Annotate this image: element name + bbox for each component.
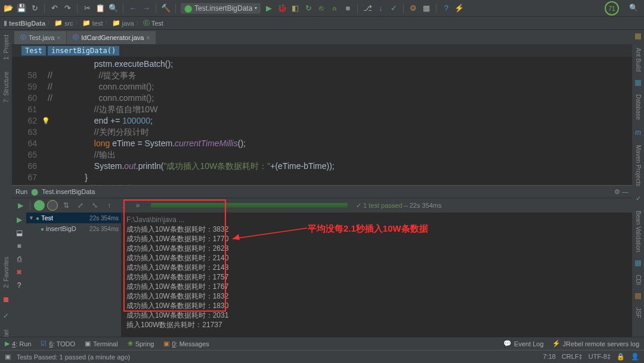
- breadcrumb-item[interactable]: 📁 java: [112, 19, 134, 27]
- vcs-icon[interactable]: ⎇: [363, 4, 372, 13]
- tool-jsf[interactable]: JSF: [635, 307, 642, 318]
- toggle-btn[interactable]: ⬓: [14, 228, 24, 238]
- show-passed-icon[interactable]: [34, 200, 45, 211]
- commit-icon[interactable]: ✓: [389, 4, 398, 13]
- redo-icon[interactable]: ↷: [63, 4, 72, 13]
- console-line: 成功插入10W条数据耗时：1767: [126, 282, 627, 291]
- tool-cdi[interactable]: CDI: [635, 275, 642, 285]
- profile-icon[interactable]: ↻: [304, 4, 313, 13]
- undo-icon[interactable]: ↶: [49, 4, 59, 13]
- find-icon[interactable]: 🔍: [109, 4, 118, 13]
- main-toolbar: 📂 💾 ↻ ↶ ↷ ✂ 📋 🔍 ← → 🔨 ⬤Test.insertBigDat…: [0, 0, 644, 17]
- tool-database[interactable]: Database: [635, 94, 642, 120]
- more-icon[interactable]: »: [132, 199, 144, 211]
- tool-maven[interactable]: Maven Projects: [635, 145, 642, 186]
- breadcrumb-item[interactable]: 📁 test: [82, 19, 103, 27]
- show-ignored-icon[interactable]: [47, 200, 58, 211]
- save-icon[interactable]: 💾: [17, 4, 26, 13]
- line-ending[interactable]: CRLF‡: [562, 353, 583, 361]
- help-icon[interactable]: ?: [441, 4, 451, 13]
- copy-icon[interactable]: 📋: [95, 4, 105, 13]
- right-tool-strip: Ant Build Database m Maven Projects ✓ Be…: [632, 30, 644, 328]
- pin-btn[interactable]: ✖: [14, 267, 24, 277]
- help-btn[interactable]: ?: [14, 281, 24, 290]
- forward-icon[interactable]: →: [141, 4, 151, 13]
- test-toolbar: ▶ ⇅ ⤢ ⤡ ↑ ↓ » ✓ 1 test passed – 22s 354m…: [12, 198, 632, 213]
- close-icon[interactable]: ×: [57, 35, 60, 41]
- breadcrumb-item[interactable]: 📁 src: [54, 19, 73, 27]
- tab-messages[interactable]: ▣0: Messages: [163, 340, 209, 347]
- search-everywhere-icon[interactable]: 🔍: [629, 4, 638, 12]
- tool-ant[interactable]: Ant Build: [635, 48, 642, 72]
- annotation-text: 平均没每2.1秒插入10W条数据: [308, 223, 428, 235]
- console-line: 成功插入10W条数据耗时：2031: [126, 310, 627, 320]
- window-toggle-icon[interactable]: ▣: [5, 353, 11, 361]
- code-content[interactable]: pstm.executeBatch(); // //提交事务 // conn.c…: [48, 57, 632, 185]
- tool-favorites[interactable]: 2: Favorites: [3, 257, 10, 288]
- tab-idcardgenerator[interactable]: ⓒIdCardGenerator.java×: [67, 31, 156, 44]
- gear-icon[interactable]: ⚙ —: [614, 188, 628, 196]
- test-summary: ✓ 1 test passed – 22s 354ms: [356, 202, 442, 210]
- stop-icon[interactable]: ■: [343, 4, 352, 13]
- rerun-icon[interactable]: ▶: [14, 199, 26, 211]
- tab-jrebel-log[interactable]: ⚡JRebel remote servers log: [552, 340, 639, 347]
- run-label: Run: [16, 188, 27, 195]
- expand-icon[interactable]: ⤢: [75, 199, 86, 211]
- refresh-icon[interactable]: ↻: [30, 4, 39, 13]
- tab-run[interactable]: ▶4: Run: [5, 340, 31, 347]
- run-side-buttons: ▶ ⬓ ■ ⎙ ✖ ?: [12, 213, 26, 344]
- tool-bean[interactable]: Bean Validation: [635, 211, 642, 252]
- tab-test-java[interactable]: ⓒTest.java×: [14, 31, 67, 44]
- tab-todo[interactable]: ☑6: TODO: [41, 340, 75, 347]
- next-icon[interactable]: ↓: [117, 199, 129, 211]
- hector-icon[interactable]: 👤: [631, 353, 639, 361]
- rerun-btn[interactable]: ▶: [14, 215, 24, 224]
- test-tree-item[interactable]: ● insertBigD 22s 354ms: [26, 223, 121, 234]
- tab-spring[interactable]: ❀Spring: [128, 340, 154, 347]
- update-icon[interactable]: ↓: [376, 4, 385, 13]
- collapse-icon[interactable]: ⤡: [89, 199, 101, 211]
- caret-position[interactable]: 7:18: [543, 353, 555, 361]
- build-icon[interactable]: 🔨: [161, 4, 171, 13]
- close-icon[interactable]: ×: [146, 35, 150, 41]
- code-editor[interactable]: 585960 616263 646566 6768 💡 pstm.execute…: [12, 57, 632, 185]
- back-icon[interactable]: ←: [128, 4, 138, 13]
- nav-class[interactable]: Test: [21, 46, 46, 56]
- console-line: 成功插入10W条数据耗时：2148: [126, 263, 627, 272]
- intention-bulb-icon[interactable]: 💡: [42, 115, 50, 127]
- prev-icon[interactable]: ↑: [103, 199, 115, 211]
- tool-project[interactable]: 1: Project: [3, 35, 10, 60]
- run-config-name: Test.insertBigData: [42, 188, 95, 195]
- run-icon[interactable]: ▶: [264, 4, 274, 13]
- attach-icon[interactable]: ⎋: [317, 4, 326, 13]
- console-line: 成功插入10W条数据耗时：1757: [126, 272, 627, 282]
- breadcrumb-root[interactable]: ▮testBigData: [4, 19, 45, 27]
- structure-icon[interactable]: ▦: [422, 4, 431, 13]
- dump-btn[interactable]: ⎙: [14, 254, 24, 264]
- sort-icon[interactable]: ⇅: [60, 199, 72, 211]
- nav-method[interactable]: insertBigData(): [48, 46, 119, 56]
- tool-structure[interactable]: 7: Structure: [3, 72, 10, 103]
- test-tree-root[interactable]: ▼● Test 22s 354ms: [26, 213, 121, 223]
- jrebel-bolt-icon[interactable]: ⚡: [454, 4, 464, 13]
- breadcrumb-item[interactable]: ⓒ Test: [143, 19, 163, 27]
- test-tree[interactable]: ▼● Test 22s 354ms ● insertBigD 22s 354ms: [26, 213, 122, 344]
- settings-icon[interactable]: ⚙: [408, 4, 418, 13]
- code-quality-score[interactable]: 71: [605, 1, 619, 16]
- run-config-label: Test.insertBigData: [194, 4, 252, 13]
- status-bar: ▣ Tests Passed: 1 passed (a minute ago) …: [0, 350, 644, 363]
- editor-tabs: ⓒTest.java× ⓒIdCardGenerator.java×: [0, 30, 644, 44]
- debug-icon[interactable]: 🐞: [277, 4, 287, 13]
- open-icon[interactable]: 📂: [4, 4, 13, 13]
- tab-eventlog[interactable]: 💬 Event Log: [503, 340, 544, 347]
- coverage-icon[interactable]: ◧: [290, 4, 300, 13]
- line-gutter: 585960 616263 646566 6768 💡: [12, 57, 48, 185]
- run-config-selector[interactable]: ⬤Test.insertBigData▾: [181, 3, 261, 14]
- android-icon[interactable]: ⍝: [330, 4, 339, 13]
- console-line: 成功插入10W条数据耗时：2140: [126, 253, 627, 263]
- lock-icon[interactable]: 🔒: [617, 353, 625, 361]
- tab-terminal[interactable]: ▣ Terminal: [85, 340, 118, 347]
- stop-btn[interactable]: ■: [14, 241, 24, 251]
- file-encoding[interactable]: UTF-8‡: [589, 353, 611, 361]
- cut-icon[interactable]: ✂: [82, 4, 92, 13]
